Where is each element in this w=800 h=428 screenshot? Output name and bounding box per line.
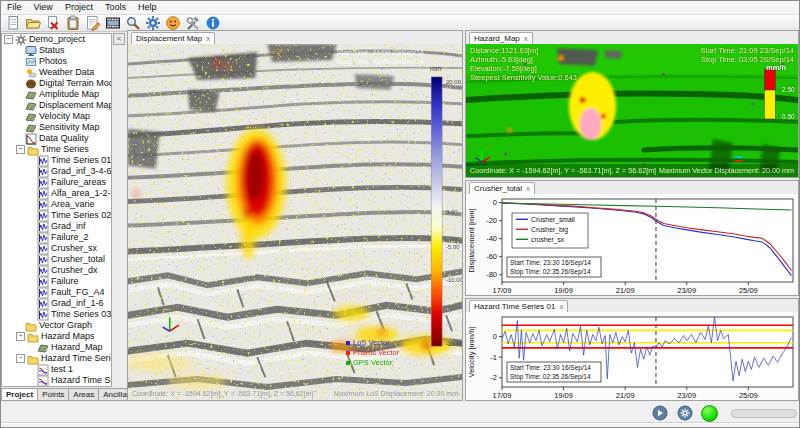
tree-item-time-series[interactable]: −Time Series (2, 144, 111, 155)
tree-item-hazard-time-series[interactable]: −Hazard Time Series (2, 353, 111, 364)
tab-crusher-total[interactable]: Crusher_total x (469, 182, 535, 194)
collapse-tree-button[interactable]: < (113, 33, 125, 45)
tree-item-status[interactable]: Status (2, 45, 111, 56)
menu-view[interactable]: View (28, 1, 59, 14)
edit-notes-icon[interactable] (83, 14, 103, 32)
play-button[interactable] (652, 405, 668, 421)
tree-item-failure-areas[interactable]: Failure_areas (2, 177, 111, 188)
tree-item-time-series-01[interactable]: Time Series 01 (2, 155, 111, 166)
ts-icon (37, 309, 50, 321)
paste-icon[interactable] (63, 14, 83, 32)
tree-item-demo-project[interactable]: −Demo_project (2, 34, 111, 45)
hazard-colorbar-unit: mm/h (766, 63, 786, 72)
playback-settings-button[interactable] (677, 405, 693, 421)
hazard-time-series-tabbar: Hazard Time Series 01 x (466, 299, 798, 313)
hazard-map-view[interactable]: Distance:1121.63[m] Azimuth:-5.63[deg] E… (466, 44, 798, 177)
sidebar-tab-areas[interactable]: Areas (68, 388, 99, 401)
hazard-colorbar-tick: 2.50 (782, 86, 795, 93)
hazard-coordinate-bar: Coordinate: X = -1594.62[m], Y = -563.71… (466, 164, 798, 177)
vector-legend-item: Prisms Vector (346, 348, 399, 358)
svg-text:25/09: 25/09 (739, 391, 758, 400)
sidebar-tab-project[interactable]: Project (1, 388, 38, 401)
menu-project[interactable]: Project (59, 1, 99, 14)
tree-item-crusher-sx[interactable]: Crusher_sx (2, 243, 111, 254)
tree-item-digital-terrain-model[interactable]: Digital Terrain Model (2, 78, 111, 89)
hazard-map-panel: Hazard_Map x (465, 30, 799, 178)
hazard-map-tabbar: Hazard_Map x (466, 31, 798, 45)
tree-item-data-quality[interactable]: Data Quality (2, 133, 111, 144)
tree-item-amplitude-map[interactable]: Amplitude Map (2, 89, 111, 100)
tree-item-area-varie[interactable]: Area_varie (2, 199, 111, 210)
open-project-icon[interactable] (23, 14, 43, 32)
svg-text:17/09: 17/09 (493, 286, 512, 295)
colorbar-tick: -5.00 (446, 244, 460, 250)
menu-file[interactable]: File (1, 1, 28, 14)
svg-text:0: 0 (493, 198, 497, 207)
hts-icon (37, 375, 50, 387)
tree-item-alfa-area-1-2-3-4[interactable]: Alfa_area_1-2-3-4 (2, 188, 111, 199)
svg-text:-80: -80 (486, 270, 497, 279)
tree-item-crusher-dx[interactable]: Crusher_dx (2, 265, 111, 276)
collapse-node-icon[interactable]: − (16, 332, 25, 341)
close-tab-icon[interactable]: x (559, 303, 563, 311)
tree-item-displacement-map[interactable]: Displacement Map (2, 100, 111, 111)
tree-item-fault-fg-a4[interactable]: Fault_FG_A4 (2, 287, 111, 298)
tree-item-time-series-03[interactable]: Time Series 03 (2, 309, 111, 320)
statusbar-divider (1, 422, 799, 424)
tree-item-weather-data[interactable]: Weather Data (2, 67, 111, 78)
close-tab-icon[interactable]: x (526, 185, 530, 193)
delete-project-icon[interactable] (43, 14, 63, 32)
tree-item-photos[interactable]: Photos (2, 56, 111, 67)
close-tab-icon[interactable]: x (206, 35, 210, 43)
progress-bar (731, 409, 797, 418)
tree-item-failure-2[interactable]: Failure_2 (2, 232, 111, 243)
tree-item-grad-inf-3-4-6[interactable]: Grad_inf_3-4-6 (2, 166, 111, 177)
close-tab-icon[interactable]: x (524, 35, 528, 43)
menu-help[interactable]: Help (132, 1, 163, 14)
svg-text:Crusher_small: Crusher_small (531, 216, 575, 224)
tree-item-hazard-map[interactable]: Hazard_Map (2, 342, 111, 353)
crusher-total-chart[interactable]: 0-20-40-60-8017/0919/0921/0923/0925/09Di… (466, 194, 798, 295)
svg-text:19/09: 19/09 (554, 391, 573, 400)
collapse-node-icon[interactable]: − (4, 35, 13, 44)
hazard-time-series-chart[interactable]: 0-1-217/0919/0921/0923/0925/09Velocity [… (466, 312, 798, 400)
collapse-node-icon[interactable]: − (16, 145, 25, 154)
tab-hazard-time-series[interactable]: Hazard Time Series 01 x (469, 300, 568, 312)
app-window: FileViewProjectToolsHelp −Demo_projectSt… (0, 0, 800, 428)
tree-item-sensitivity-map[interactable]: Sensitivity Map (2, 122, 111, 133)
tab-label: Hazard Time Series 01 (474, 301, 555, 312)
movie-export-icon[interactable] (103, 14, 123, 32)
svg-text:0: 0 (493, 332, 497, 341)
coordinate-readout: Coordinate: X = -1594.62[m], Y = -563.71… (132, 390, 313, 397)
tab-hazard-map[interactable]: Hazard_Map x (469, 32, 533, 44)
sidebar-tab-points[interactable]: Points (37, 388, 69, 401)
tab-displacement-map[interactable]: Displacement Map x (131, 32, 215, 44)
displacement-map-tabbar: Displacement Map x (128, 31, 462, 45)
hazard-time-overlay: Start Time: 21:09 23/Sep/14 Stop Time: 0… (701, 46, 794, 64)
tree-item-failure[interactable]: Failure (2, 276, 111, 287)
tree-item-crusher-total[interactable]: Crusher_total (2, 254, 111, 265)
collapse-node-icon[interactable]: − (16, 354, 25, 363)
colorbar-tick: -20.00 (446, 341, 462, 347)
svg-text:Velocity [mm/h]: Velocity [mm/h] (467, 327, 476, 378)
tree-item-time-series-02[interactable]: Time Series 02 (2, 210, 111, 221)
displacement-map-view[interactable]: Start Time: 21:09 23/Sep/14 Stop Time: 0… (128, 44, 462, 400)
tree-item-grad-inf-1-6[interactable]: Grad_inf_1-6 (2, 298, 111, 309)
tree-item-hazard-maps[interactable]: −Hazard Maps (2, 331, 111, 342)
tree-item-hazard-time-series-01[interactable]: Hazard Time Series 01 (2, 375, 111, 386)
new-document-icon[interactable] (3, 14, 23, 32)
displacement-map-canvas[interactable] (128, 44, 462, 400)
system-status-light (701, 405, 718, 422)
project-tree: −Demo_projectStatusPhotosWeather DataDig… (2, 34, 111, 386)
colorbar-unit-label: mm (430, 65, 442, 72)
tree-item-vector-graph[interactable]: Vector Graph (2, 320, 111, 331)
hazard-colorbar-tick: 0.50 (782, 113, 795, 120)
tree-item-grad-inf[interactable]: Grad_inf (2, 221, 111, 232)
tree-item-velocity-map[interactable]: Velocity Map (2, 111, 111, 122)
svg-text:17/09: 17/09 (493, 391, 512, 400)
menu-tools[interactable]: Tools (99, 1, 132, 14)
legend-swatch (346, 361, 350, 365)
svg-text:-1: -1 (490, 353, 497, 362)
tree-item-test-1[interactable]: test 1 (2, 364, 111, 375)
svg-text:Crusher_big: Crusher_big (531, 226, 568, 234)
